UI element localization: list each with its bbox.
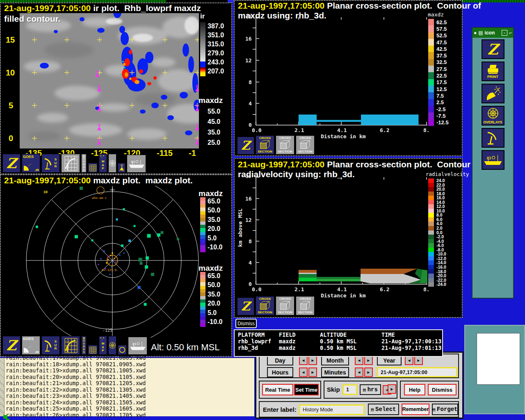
xtick: 4.1 (337, 127, 347, 133)
buoy-button[interactable] (118, 163, 126, 173)
day-decrement-button[interactable]: ◄ (299, 356, 308, 365)
y-tick-15: 15 (6, 35, 15, 45)
bounds-label: BOUNDS (82, 337, 85, 354)
icon-window-titlebar: ● ▤ icon ◦ ⌐ (472, 28, 513, 38)
polar-net-icon (109, 342, 116, 349)
ship-button[interactable] (127, 155, 146, 173)
arrow-right-icon: ► (390, 387, 394, 391)
radar-corner-label: 10 (43, 190, 48, 194)
radar-window-toolbar: Z GOES .IR SUR BOUNDS *¸* MAP (2, 336, 147, 355)
searchlight-button[interactable] (482, 84, 504, 103)
radar-window-title: 21-aug-1997,17:05:00 maxdz plot. maxdz p… (4, 176, 193, 185)
bounds-button[interactable]: BOUNDS (81, 154, 87, 173)
dismiss-button[interactable]: Dismiss (428, 384, 457, 395)
help-button[interactable]: Help (404, 384, 425, 395)
real-time-button[interactable]: Real Time (262, 384, 293, 395)
print-button[interactable]: PRINT (482, 62, 504, 81)
skip-value-field[interactable]: 1 (342, 384, 357, 395)
zeb-menu-button[interactable]: Z (237, 297, 254, 315)
goes-label: GOES (23, 155, 34, 159)
radar-ppi-plot: who-am-i b<-125-9 10 -125 (1, 186, 231, 338)
printer-icon (486, 64, 500, 75)
ship-main-button[interactable] (482, 150, 504, 170)
hours-button[interactable]: Hours (267, 367, 293, 377)
terminal-scrollbar[interactable] (0, 358, 5, 416)
titlebar-circle-button[interactable]: ● (474, 30, 477, 36)
cross-section-button[interactable]: CROSS SECTION (296, 135, 315, 155)
cross-section-button[interactable]: CROSS SECTION (276, 135, 294, 155)
radar-lon-label: -125 (103, 328, 112, 333)
grid-button[interactable] (88, 345, 98, 355)
desktop-indicator (3, 415, 7, 419)
radar-antenna-button[interactable] (482, 128, 504, 148)
cross-section-button[interactable]: CROSS SECTION (276, 296, 294, 315)
label-input-field[interactable]: History Mode (299, 404, 365, 415)
hrs-units-button[interactable]: ▤hrs (360, 384, 381, 395)
zeb-menu-button[interactable]: Z (237, 137, 254, 155)
minutes-decrement-button[interactable]: ◄ (355, 368, 363, 377)
range-ring-button[interactable] (118, 345, 127, 355)
bounds-button[interactable]: BOUNDS (81, 336, 87, 355)
ship-button[interactable] (128, 337, 147, 355)
time-value-field[interactable]: 21-Aug-97,17:05:00 (377, 367, 457, 377)
xtick: 6.2 (380, 127, 389, 133)
radar-grid-button[interactable] (61, 154, 80, 173)
zeb-main-button[interactable]: Z (482, 39, 504, 59)
platform-dismiss-button[interactable]: Dismiss (235, 319, 257, 328)
ytick: 20 (246, 14, 251, 19)
xs2-toolbar: Z CROSS SECTION CROSS SECTION CROSS SECT… (237, 296, 315, 315)
month-decrement-button[interactable]: ◄ (355, 356, 363, 365)
minutes-increment-button[interactable]: ► (364, 368, 373, 377)
enter-label-label: Enter label: (263, 406, 297, 413)
cube-icon (279, 301, 291, 311)
titlebar-dot-button[interactable]: ◦ (502, 30, 507, 36)
map-button[interactable]: *¸* MAP (99, 154, 107, 173)
overlays-button[interactable]: OVERLAYS (482, 106, 504, 126)
zeb-menu-button[interactable]: Z (2, 154, 21, 173)
grid-icon (89, 347, 96, 354)
surveillance-button[interactable]: SUR (41, 336, 60, 355)
minutes-button[interactable]: Minutes (321, 367, 349, 377)
goes-ir-button[interactable]: GOES .IR (22, 336, 40, 355)
goes-ir-label: .IR (35, 168, 39, 172)
ir-window-toolbar: Z GOES .IR SUR BOUNDS *¸* MAP (2, 154, 146, 173)
radar-ppi-window: who-am-i b<-125-9 10 -125 21-aug-1997,17… (0, 174, 232, 357)
reflectivity-cells (36, 187, 179, 306)
map-label: MAP (101, 160, 105, 170)
xterm-window[interactable]: rain:beaufait:17>xdump.all 970821.0805.x… (0, 358, 254, 416)
help-dismiss-frame: Help Dismiss (400, 381, 459, 399)
set-time-button[interactable]: Set Time (294, 384, 319, 395)
goes-ir-button[interactable]: GOES .IR (22, 154, 40, 173)
remember-button[interactable]: Remember (402, 404, 429, 415)
polar-net-button[interactable] (108, 154, 116, 173)
arrow-right-icon: ► (417, 358, 421, 363)
xs1-title: 21-aug-1997,17:05:00 Planar cross-sectio… (238, 1, 481, 11)
polar-net-button[interactable] (108, 336, 116, 355)
titlebar-page-button[interactable]: ▤ (478, 30, 483, 36)
radar-grid-button-active[interactable] (61, 336, 80, 355)
cross-section-button-active[interactable]: CROSS SECTION (256, 135, 274, 155)
hours-decrement-button[interactable]: ◄ (299, 368, 308, 377)
titlebar-maximize-button[interactable]: ⌐ (509, 30, 512, 36)
xs1-colorbar: 62.557.552.547.542.537.532.527.522.517.5… (428, 19, 449, 126)
forget-button[interactable]: ▤Forget (432, 404, 458, 415)
hours-increment-button[interactable]: ► (308, 368, 317, 377)
month-increment-button[interactable]: ► (364, 356, 373, 365)
select-button[interactable]: ▤Select (368, 404, 399, 415)
year-decrement-button[interactable]: ◄ (405, 356, 413, 365)
ir-window-title: 21-aug-1997,17:05:00 ir plot. Rhb_lowprf… (4, 3, 201, 13)
surveillance-button[interactable]: SUR (41, 154, 60, 173)
ytick: 8 (249, 79, 252, 85)
sur-label: SUR (54, 158, 57, 168)
day-increment-button[interactable]: ► (308, 356, 317, 365)
skip-increment-button[interactable]: ► (388, 384, 396, 394)
cross-section-button-active[interactable]: CROSS SECTION (256, 296, 274, 315)
map-button[interactable]: *¸* MAP (99, 336, 107, 355)
cross-section-button[interactable]: CROSS SECTION (296, 296, 315, 315)
year-increment-button[interactable]: ► (414, 356, 423, 365)
hours-steppers: ◄ ► (299, 368, 317, 377)
zeb-menu-button[interactable]: Z (2, 336, 21, 355)
xtick: 8. (423, 286, 430, 292)
arrow-right-icon: ► (367, 358, 371, 363)
grid-button[interactable] (88, 163, 98, 173)
